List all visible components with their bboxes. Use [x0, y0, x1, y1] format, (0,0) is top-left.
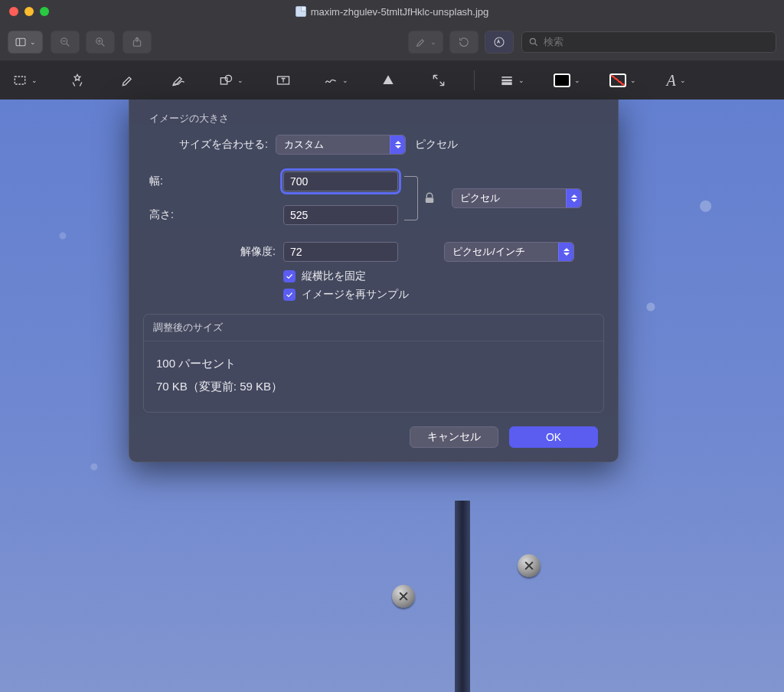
- aspect-bracket-icon: [404, 176, 418, 220]
- resulting-percent: 100 パーセント: [156, 352, 591, 375]
- fill-color-swatch: [609, 73, 626, 87]
- zoom-in-button[interactable]: [86, 31, 115, 54]
- adjust-color-button[interactable]: [373, 69, 403, 92]
- sign-button[interactable]: ⌄: [318, 69, 353, 92]
- draw-tool-button[interactable]: [113, 69, 143, 92]
- markup-toolbar: ⌄ ⌄ ⌄ ⌄ ⌄ ⌄ A⌄: [0, 61, 784, 100]
- text-style-button[interactable]: A⌄: [661, 69, 691, 92]
- dimension-unit-value: ピクセル: [460, 191, 500, 205]
- width-input[interactable]: [283, 171, 398, 191]
- highlight-button[interactable]: ⌄: [408, 31, 443, 54]
- resolution-unit-select[interactable]: ピクセル/インチ: [444, 242, 574, 262]
- resample-label: イメージを再サンプル: [302, 288, 409, 302]
- image-content: [392, 585, 415, 608]
- fit-unit-label: ピクセル: [415, 138, 458, 152]
- height-input[interactable]: [283, 205, 398, 225]
- text-tool-button[interactable]: [268, 69, 299, 92]
- adjust-size-button[interactable]: [423, 69, 454, 92]
- resolution-label: 解像度:: [149, 245, 283, 259]
- image-content: [455, 501, 470, 692]
- line-style-button[interactable]: ⌄: [495, 69, 529, 92]
- svg-rect-13: [15, 77, 24, 84]
- checkbox-checked-icon: [283, 270, 296, 282]
- fit-into-label: サイズを合わせる:: [149, 138, 276, 152]
- height-label: 高さ:: [149, 208, 283, 222]
- width-label: 幅:: [149, 175, 283, 188]
- zoom-out-button[interactable]: [51, 31, 80, 54]
- sidebar-toggle-button[interactable]: ⌄: [8, 31, 43, 54]
- resize-dialog: イメージの大きさ サイズを合わせる: カスタム ピクセル 幅:: [129, 100, 619, 462]
- aspect-ratio-checkbox[interactable]: 縦横比を固定: [283, 269, 598, 283]
- resolution-unit-value: ピクセル/インチ: [452, 245, 525, 259]
- main-toolbar: ⌄ ⌄: [0, 23, 784, 61]
- svg-line-3: [67, 44, 69, 46]
- svg-point-15: [225, 75, 231, 81]
- search-input[interactable]: [544, 36, 769, 47]
- window-titlebar: maxim-zhgulev-5tmltJfHklc-unsplash.jpg: [0, 0, 784, 23]
- aspect-ratio-label: 縦横比を固定: [302, 269, 366, 283]
- shapes-button[interactable]: ⌄: [214, 69, 248, 92]
- image-canvas[interactable]: イメージの大きさ サイズを合わせる: カスタム ピクセル 幅:: [0, 100, 784, 692]
- selection-tool-button[interactable]: ⌄: [8, 69, 42, 92]
- resample-checkbox[interactable]: イメージを再サンプル: [283, 288, 598, 302]
- stepper-arrows-icon: [558, 243, 573, 261]
- svg-rect-20: [426, 197, 434, 203]
- svg-point-11: [530, 38, 535, 44]
- resolution-input[interactable]: [283, 242, 398, 262]
- svg-line-12: [535, 43, 537, 45]
- instant-alpha-button[interactable]: [62, 69, 93, 92]
- section-title-image-size: イメージの大きさ: [149, 112, 598, 126]
- resulting-size-box: 調整後のサイズ 100 パーセント 70 KB（変更前: 59 KB）: [143, 314, 604, 413]
- file-icon: [296, 6, 306, 17]
- aspect-lock-icon[interactable]: [418, 191, 441, 205]
- border-color-button[interactable]: ⌄: [549, 69, 585, 92]
- resulting-file-size: 70 KB（変更前: 59 KB）: [156, 375, 591, 398]
- fit-into-value: カスタム: [284, 138, 324, 152]
- section-title-resulting-size: 調整後のサイズ: [144, 315, 603, 341]
- cancel-button[interactable]: キャンセル: [410, 426, 498, 448]
- share-button[interactable]: [122, 31, 152, 54]
- rotate-button[interactable]: [449, 31, 479, 54]
- window-title: maxim-zhgulev-5tmltJfHklc-unsplash.jpg: [311, 6, 489, 18]
- search-field[interactable]: [521, 31, 776, 53]
- sketch-tool-button[interactable]: [163, 69, 194, 92]
- toolbar-separator: [474, 70, 475, 90]
- checkbox-checked-icon: [283, 289, 296, 301]
- stepper-arrows-icon: [390, 135, 405, 154]
- svg-line-6: [102, 44, 104, 46]
- fit-into-select[interactable]: カスタム: [276, 135, 406, 155]
- stepper-arrows-icon: [566, 189, 581, 207]
- image-content: [518, 554, 541, 577]
- border-color-swatch: [554, 73, 570, 87]
- svg-rect-0: [16, 38, 25, 45]
- ok-button[interactable]: OK: [509, 426, 598, 448]
- dimension-unit-select[interactable]: ピクセル: [452, 188, 582, 208]
- fill-color-button[interactable]: ⌄: [605, 69, 641, 92]
- markup-toggle-button[interactable]: [485, 31, 514, 54]
